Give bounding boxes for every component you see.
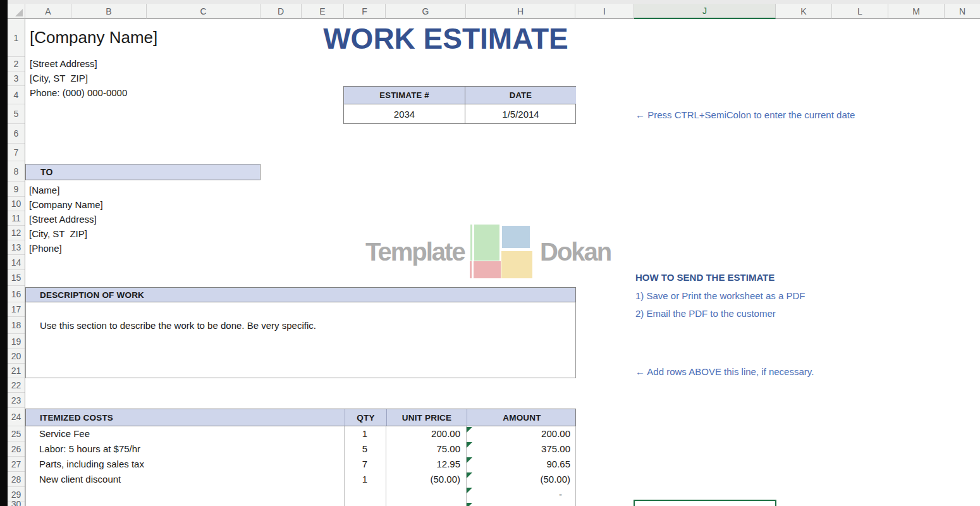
- unit-price-cell[interactable]: (50.00): [386, 474, 460, 484]
- row-header-27[interactable]: 27: [8, 457, 25, 472]
- row-header-23[interactable]: 23: [8, 393, 25, 408]
- estimate-number-header[interactable]: ESTIMATE #: [344, 87, 465, 104]
- page-title: WORK ESTIMATE: [319, 22, 572, 56]
- column-header-a[interactable]: A: [25, 4, 71, 19]
- qty-cell[interactable]: 7: [344, 459, 386, 469]
- row-header-1[interactable]: 1: [8, 19, 25, 57]
- add-rows-note: ← Add rows ABOVE this line, if necessary…: [635, 366, 814, 377]
- amount-cell[interactable]: 200.00: [466, 428, 570, 439]
- qty-header[interactable]: QTY: [345, 409, 386, 426]
- row-header-22[interactable]: 22: [8, 378, 25, 393]
- date-cell[interactable]: 1/5/2014: [465, 105, 576, 123]
- amount-cell[interactable]: -: [466, 489, 562, 500]
- row-header-10[interactable]: 10: [8, 197, 25, 211]
- row-header-24[interactable]: 24: [8, 408, 25, 426]
- table-row[interactable]: Parts, including sales tax 7 12.95 90.65: [25, 457, 576, 472]
- row-header-18[interactable]: 18: [8, 317, 25, 334]
- amount-cell[interactable]: (50.00): [466, 474, 570, 484]
- row-header-11[interactable]: 11: [8, 211, 25, 226]
- column-header-j[interactable]: J: [634, 4, 776, 19]
- qty-cell[interactable]: 5: [344, 443, 386, 454]
- row-header-6[interactable]: 6: [8, 124, 25, 144]
- row-header-7[interactable]: 7: [8, 144, 25, 161]
- row-header-26[interactable]: 26: [8, 441, 25, 457]
- row-header-19[interactable]: 19: [8, 334, 25, 349]
- row-header-20[interactable]: 20: [8, 349, 25, 364]
- date-shortcut-note: ← Press CTRL+SemiColon to enter the curr…: [635, 109, 855, 120]
- column-header-g[interactable]: G: [386, 4, 466, 19]
- column-header-i[interactable]: I: [575, 4, 634, 19]
- recipient-street-cell[interactable]: [Street Address]: [29, 214, 97, 225]
- column-header-m[interactable]: M: [888, 4, 945, 19]
- column-header-e[interactable]: E: [302, 4, 344, 19]
- row-header-15[interactable]: 15: [8, 270, 25, 286]
- row-header-30[interactable]: 30: [8, 502, 25, 506]
- amount-cell[interactable]: 90.65: [466, 459, 570, 469]
- column-header-b[interactable]: B: [71, 4, 147, 19]
- to-section-header[interactable]: TO: [25, 164, 260, 180]
- row-header-14[interactable]: 14: [8, 255, 25, 270]
- row-header-25[interactable]: 25: [8, 426, 25, 441]
- item-cell[interactable]: Service Fee: [39, 428, 90, 439]
- recipient-company-cell[interactable]: [Company Name]: [29, 199, 103, 210]
- column-header-h[interactable]: H: [466, 4, 575, 19]
- item-cell[interactable]: Parts, including sales tax: [39, 459, 144, 469]
- column-header-k[interactable]: K: [776, 4, 832, 19]
- row-header-3[interactable]: 3: [8, 71, 25, 86]
- unit-price-cell[interactable]: 12.95: [386, 459, 460, 469]
- table-row[interactable]: Service Fee 1 200.00 200.00: [25, 426, 576, 441]
- description-of-work-header[interactable]: DESCRIPTION OF WORK: [25, 287, 576, 302]
- watermark-text-right: Dokan: [540, 238, 611, 266]
- row-header-8[interactable]: 8: [8, 161, 25, 182]
- row-header-16[interactable]: 16: [8, 286, 25, 302]
- logo-blue-square: [502, 226, 530, 248]
- item-cell[interactable]: New client discount: [39, 474, 121, 484]
- unit-price-cell[interactable]: 200.00: [386, 428, 460, 439]
- estimate-number-cell[interactable]: 2034: [344, 105, 465, 123]
- column-header-n[interactable]: N: [945, 4, 980, 19]
- row-header-5[interactable]: 5: [8, 104, 25, 124]
- recipient-city-cell[interactable]: [City, ST ZIP]: [29, 228, 87, 239]
- itemized-costs-table: ITEMIZED COSTS QTY UNIT PRICE AMOUNT Ser…: [25, 409, 576, 506]
- recipient-name-cell[interactable]: [Name]: [29, 185, 59, 195]
- table-row[interactable]: New client discount 1 (50.00) (50.00): [25, 472, 576, 487]
- how-to-send-title: HOW TO SEND THE ESTIMATE: [635, 272, 775, 283]
- row-header-gutter: 1234567891011121314151617181920212223242…: [8, 19, 25, 506]
- unit-price-cell[interactable]: 75.00: [386, 443, 460, 454]
- logo-yellow-square: [501, 251, 532, 278]
- description-of-work-box[interactable]: Use this section to describe the work to…: [25, 302, 576, 378]
- row-header-28[interactable]: 28: [8, 472, 25, 487]
- row-header-17[interactable]: 17: [8, 302, 25, 317]
- company-phone-cell[interactable]: Phone: (000) 000-0000: [30, 87, 127, 98]
- qty-cell[interactable]: 1: [344, 428, 386, 439]
- itemized-costs-header-row: ITEMIZED COSTS QTY UNIT PRICE AMOUNT: [25, 409, 576, 426]
- estimate-info-table: ESTIMATE # DATE 2034 1/5/2014: [343, 86, 576, 124]
- row-header-2[interactable]: 2: [8, 57, 25, 71]
- amount-cell[interactable]: 375.00: [466, 443, 570, 454]
- table-row[interactable]: -: [25, 487, 576, 502]
- date-header[interactable]: DATE: [465, 87, 576, 104]
- table-row[interactable]: Labor: 5 hours at $75/hr 5 75.00 375.00: [25, 441, 576, 457]
- row-header-4[interactable]: 4: [8, 86, 25, 104]
- company-city-cell[interactable]: [City, ST ZIP]: [30, 73, 88, 83]
- recipient-phone-cell[interactable]: [Phone]: [29, 243, 62, 254]
- column-header-l[interactable]: L: [832, 4, 888, 19]
- row-header-12[interactable]: 12: [8, 226, 25, 240]
- itemized-costs-header[interactable]: ITEMIZED COSTS: [26, 409, 345, 426]
- column-header-f[interactable]: F: [344, 4, 386, 19]
- amount-header[interactable]: AMOUNT: [467, 409, 577, 426]
- unit-price-header[interactable]: UNIT PRICE: [386, 409, 467, 426]
- column-header-d[interactable]: D: [260, 4, 302, 19]
- row-header-9[interactable]: 9: [8, 182, 25, 197]
- company-street-cell[interactable]: [Street Address]: [30, 58, 97, 69]
- table-row[interactable]: [25, 502, 576, 506]
- row-header-21[interactable]: 21: [8, 364, 25, 378]
- row-header-13[interactable]: 13: [8, 240, 25, 255]
- qty-cell[interactable]: 1: [344, 474, 386, 484]
- active-cell-selection[interactable]: [634, 500, 776, 506]
- column-header-row: ABCDEFGHIJKLMN: [0, 4, 980, 19]
- item-cell[interactable]: Labor: 5 hours at $75/hr: [39, 443, 140, 454]
- column-header-c[interactable]: C: [147, 4, 260, 19]
- company-name-cell[interactable]: [Company Name]: [30, 28, 157, 47]
- how-to-step-1: 1) Save or Print the worksheet as a PDF: [635, 290, 805, 301]
